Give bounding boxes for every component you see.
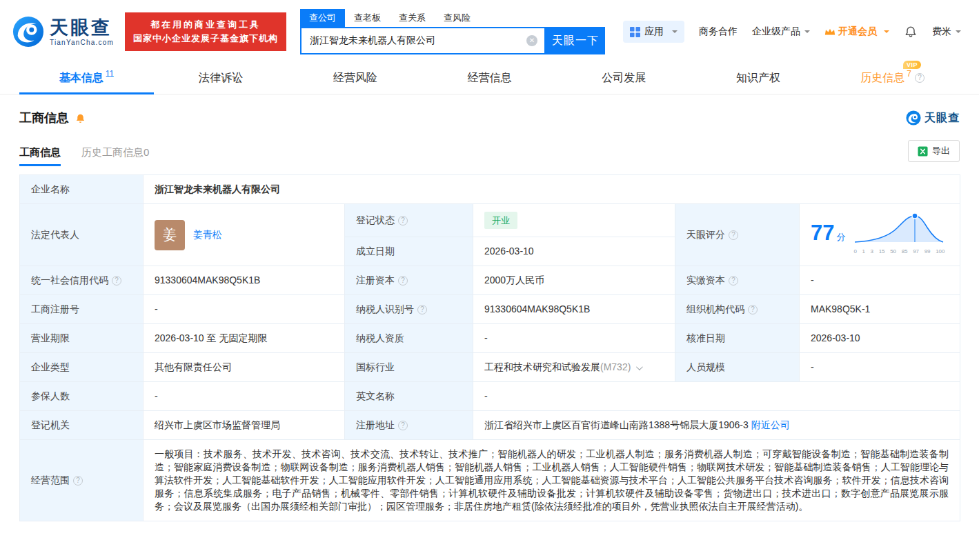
industry-code: (M732) [600, 361, 631, 372]
avatar[interactable]: 姜 [155, 220, 185, 250]
subtab-business-info[interactable]: 工商信息 [19, 146, 61, 166]
top-header: 天眼查 TianYanCha.com 都在用的商业查询工具 国家中小企业发展子基… [0, 0, 979, 62]
reg-address-value: 浙江省绍兴市上虞区百官街道峰山南路1388号锦晨大厦1906-3 [484, 419, 749, 430]
legal-rep-link[interactable]: 姜青松 [193, 228, 222, 241]
table-row: 工商注册号 - 纳税人识别号 91330604MAK98Q5K1B 组织机构代码… [20, 295, 960, 324]
tab-operation-risk[interactable]: 经营风险 [288, 62, 422, 94]
chevron-down-icon [672, 30, 678, 36]
help-icon[interactable] [915, 73, 924, 83]
brand-domain: TianYanCha.com [50, 39, 114, 46]
tab-operation-info[interactable]: 经营信息 [422, 62, 557, 94]
table-row: 法定代表人 姜 姜青松 登记状态 开业 天眼评分 77分 [20, 204, 960, 237]
clear-search-icon[interactable] [526, 35, 537, 46]
tab-legal-proceedings[interactable]: 法律诉讼 [154, 62, 288, 94]
tab-company-development[interactable]: 公司发展 [557, 62, 691, 94]
tab-history-info[interactable]: VIP 历史信息 7 [825, 62, 960, 94]
field-label: 人员规模 [686, 361, 725, 374]
help-icon[interactable] [729, 230, 738, 240]
help-icon[interactable] [748, 305, 758, 314]
industry-value: 工程和技术研究和试验发展 [484, 361, 600, 372]
company-type-value: 其他有限责任公司 [144, 353, 345, 382]
tab-label: 历史信息 [860, 71, 904, 86]
approval-date-value: 2026-03-10 [800, 324, 960, 353]
help-icon[interactable] [112, 276, 121, 286]
notification-bell-icon[interactable] [904, 25, 918, 39]
field-label: 营业期限 [31, 332, 70, 345]
vip-upgrade-label: 开通会员 [838, 26, 877, 38]
credit-code-value: 91330604MAK98Q5K1B [144, 266, 345, 295]
field-label: 实缴资本 [686, 274, 725, 287]
search-tab-risk[interactable]: 查风险 [435, 9, 479, 27]
business-term-value: 2026-03-10 至 无固定期限 [144, 324, 345, 353]
company-name-value: 浙江智龙未来机器人有限公司 [144, 175, 960, 204]
subtab-history-business-info[interactable]: 历史工商信息0 [81, 146, 149, 166]
score-value: 77 [811, 221, 834, 245]
field-label: 成立日期 [356, 245, 395, 258]
field-label: 企业名称 [31, 183, 70, 196]
tianyancha-logo[interactable]: 天眼查 TianYanCha.com [12, 16, 114, 48]
tab-intellectual-property[interactable]: 知识产权 [691, 62, 826, 94]
help-icon[interactable] [417, 305, 427, 314]
table-row: 统一社会信用代码 91330604MAK98Q5K1B 注册资本 2000万人民… [20, 266, 960, 295]
paid-capital-value: - [800, 266, 960, 295]
vip-badge: VIP [903, 61, 921, 69]
user-menu[interactable]: 费米 [932, 26, 961, 38]
help-icon[interactable] [398, 216, 408, 226]
subscribe-bell-icon[interactable] [75, 112, 86, 124]
subtabs-row: 工商信息 历史工商信息0 导出 [0, 137, 979, 166]
user-name: 费米 [932, 26, 951, 38]
section-title: 工商信息 [19, 110, 69, 126]
taxpayer-quality-value: - [473, 324, 675, 353]
business-cooperation-link[interactable]: 商务合作 [699, 26, 738, 38]
logo-text: 天眼查 TianYanCha.com [50, 18, 114, 46]
field-label: 英文名称 [356, 390, 395, 403]
enterprise-products-menu[interactable]: 企业级产品 [752, 26, 810, 38]
help-icon[interactable] [73, 476, 83, 486]
table-row: 企业名称 浙江智龙未来机器人有限公司 [20, 175, 960, 204]
score-distribution-chart: 0131550859799100 [853, 212, 945, 258]
vip-upgrade-menu[interactable]: 开通会员 [824, 26, 889, 38]
export-button[interactable]: 导出 [908, 140, 960, 162]
tianyan-score[interactable]: 77分 0131550859799100 [811, 212, 949, 258]
score-unit: 分 [836, 232, 845, 242]
field-label: 天眼评分 [686, 228, 725, 241]
status-badge: 开业 [484, 212, 517, 229]
grid-icon [630, 27, 640, 37]
search-button[interactable]: 天眼一下 [546, 27, 605, 54]
tab-label: 经营信息 [468, 71, 512, 86]
field-label: 统一社会信用代码 [31, 274, 108, 287]
reg-address-cell: 浙江省绍兴市上虞区百官街道峰山南路1388号锦晨大厦1906-3 附近公司 [473, 411, 960, 440]
org-code-value: MAK98Q5K-1 [800, 295, 960, 324]
field-label: 登记状态 [356, 214, 395, 227]
tianyancha-logo-icon [12, 16, 44, 48]
score-axis: 0131550859799100 [853, 245, 945, 258]
english-name-value: - [473, 382, 960, 411]
tianyancha-watermark: 天眼查 [906, 110, 960, 126]
tianyancha-logo-icon [906, 110, 921, 126]
insured-count-value: - [144, 382, 345, 411]
company-nav-tabs: 基本信息 11 法律诉讼 经营风险 经营信息 公司发展 知识产权 VIP 历史信… [0, 62, 979, 94]
tianyancha-company-page: 天眼查 TianYanCha.com 都在用的商业查询工具 国家中小企业发展子基… [0, 0, 979, 521]
search-tabs: 查公司 查老板 查关系 查风险 [300, 9, 605, 27]
help-icon[interactable] [398, 276, 408, 286]
tab-basic-info[interactable]: 基本信息 11 [19, 62, 154, 94]
staff-size-value: - [800, 353, 960, 382]
table-row: 营业期限 2026-03-10 至 无固定期限 纳税人资质 - 核准日期 202… [20, 324, 960, 353]
apps-menu[interactable]: 应用 [623, 21, 684, 43]
industry-value-cell: 工程和技术研究和试验发展(M732) [473, 353, 675, 382]
field-label: 经营范围 [31, 474, 70, 487]
promo-line1: 都在用的商业查询工具 [133, 18, 278, 32]
crown-icon [824, 28, 835, 37]
top-menu: 应用 商务合作 企业级产品 开通会员 [623, 21, 961, 43]
search-tab-boss[interactable]: 查老板 [345, 9, 390, 27]
chevron-down-icon[interactable] [636, 363, 643, 370]
search-input[interactable] [301, 35, 544, 46]
search-tab-company[interactable]: 查公司 [300, 9, 345, 27]
search-tab-relation[interactable]: 查关系 [390, 9, 435, 27]
field-label: 企业类型 [31, 361, 70, 374]
nearby-companies-link[interactable]: 附近公司 [751, 419, 790, 430]
chevron-down-icon [884, 30, 889, 36]
field-label: 注册资本 [356, 274, 395, 287]
help-icon[interactable] [729, 276, 738, 286]
help-icon[interactable] [398, 421, 408, 430]
